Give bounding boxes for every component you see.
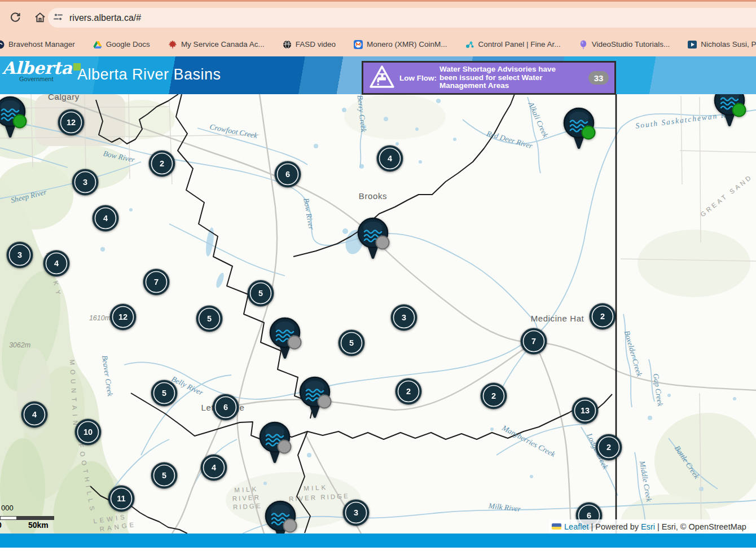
cluster-marker[interactable]: 3 [72,169,98,195]
bookmark-item[interactable]: Control Panel | Fine Ar... [465,40,561,49]
bookmark-item[interactable]: Bravehost Manager [0,40,75,49]
bookmark-label: Monero (XMR) CoinM... [367,40,447,49]
globe-icon [283,40,292,49]
cluster-marker[interactable]: 5 [151,380,177,406]
cluster-marker[interactable]: 5 [196,306,222,332]
cluster-count: 2 [491,391,496,400]
advisory-count-badge[interactable]: 33 [588,71,609,85]
bookmark-label: FASD video [296,40,336,49]
cluster-count: 5 [162,389,166,398]
map-label: MILK [234,486,258,493]
bookmark-item[interactable]: Google Docs [93,40,150,49]
bookmark-label: Bravehost Manager [8,40,75,49]
cluster-count: 7 [531,337,536,346]
cluster-marker[interactable]: 3 [343,500,369,526]
cluster-marker[interactable]: 3 [391,305,417,330]
balloon-icon [579,40,588,49]
bookmarks-bar: Bravehost ManagerGoogle DocsMy Service C… [0,32,756,56]
cluster-marker[interactable]: 7 [521,328,547,354]
cluster-count: 3 [402,313,406,322]
cluster-count: 6 [223,403,228,412]
cluster-marker[interactable]: 7 [143,269,169,295]
bookmark-label: VideoStudio Tutorials... [592,40,670,49]
play-icon [688,40,697,49]
attribution-link[interactable]: Leaflet [564,522,589,531]
cluster-marker[interactable]: 5 [151,462,177,488]
footer-bar [0,534,756,548]
maple-leaf-icon [168,40,177,49]
cluster-marker[interactable]: 5 [248,280,274,306]
cluster-count: 3 [83,178,87,187]
station-status-dot-gray [376,236,389,249]
scale-bar-graphic [0,516,54,520]
map-label: Calgary [48,94,80,102]
cluster-count: 6 [587,511,591,520]
advisory-line: Water Shortage Advisories have [439,65,556,74]
bookmark-item[interactable]: VideoStudio Tutorials... [579,40,670,49]
cluster-marker[interactable]: 2 [395,378,421,404]
monero-icon [354,40,363,49]
site-settings-icon[interactable] [53,12,63,24]
map-label: Brooks [359,191,387,201]
cluster-marker[interactable]: 3 [7,242,33,268]
map-attribution: Leaflet | Powered by Esri | Esri, © Open… [549,519,756,534]
cluster-marker[interactable]: 2 [596,434,622,460]
cluster-count: 2 [606,443,611,452]
scale-distance-label: 50km [28,521,49,530]
cluster-count: 4 [388,154,392,163]
bookmark-item[interactable]: My Service Canada Ac... [168,40,265,49]
cluster-count: 4 [212,463,216,472]
cluster-count: 4 [103,214,108,223]
cluster-marker[interactable]: 2 [590,303,616,329]
low-flow-advisory-banner[interactable]: Low Flow: Water Shortage Advisories have… [362,61,616,95]
scale-zero-label: 0 [0,521,2,530]
cluster-marker[interactable]: 4 [93,205,118,231]
cluster-marker[interactable]: 4 [43,250,69,276]
advisory-label: Low Flow: [399,74,437,82]
molecule-icon [465,40,474,49]
cluster-marker[interactable]: 5 [339,330,364,356]
cluster-marker[interactable]: 4 [377,146,403,171]
bookmark-item[interactable]: Monero (XMR) CoinM... [354,40,447,49]
home-icon[interactable] [33,10,47,25]
url-text[interactable]: rivers.alberta.ca/# [69,13,141,23]
bookmark-label: Control Panel | Fine Ar... [478,40,561,49]
cluster-marker[interactable]: 4 [21,402,47,427]
attribution-link[interactable]: Esri [641,522,655,531]
advisory-line: Management Areas [439,82,556,90]
cluster-marker[interactable]: 6 [275,161,301,187]
cluster-count: 6 [285,170,290,179]
cluster-marker[interactable]: 12 [58,109,84,135]
cluster-count: 3 [17,250,22,259]
cluster-marker[interactable]: 10 [75,419,101,445]
bookmark-label: My Service Canada Ac... [181,40,265,49]
cluster-count: 4 [32,410,37,419]
gdrive-icon [93,40,102,49]
map-label: Medicine Hat [531,314,584,323]
cluster-marker[interactable]: 2 [149,151,175,177]
station-status-dot-gray [288,336,301,349]
cluster-count: 4 [54,259,59,268]
cluster-marker[interactable]: 11 [108,486,134,512]
cluster-marker[interactable]: 4 [201,455,227,481]
reload-icon[interactable] [8,10,23,25]
attribution-text: Leaflet | Powered by Esri | Esri, © Open… [564,522,746,531]
advisory-message: Water Shortage Advisories havebeen issue… [439,65,556,90]
cluster-marker[interactable]: 12 [110,304,136,330]
map-canvas[interactable]: CalgaryBrooksMedicine HatLethbridgeBow R… [0,94,756,534]
bookmark-label: Nicholas Susi, Pia [701,40,756,49]
cluster-count: 5 [258,289,263,298]
map-scale-bar: 000 0 50km [0,504,54,529]
alberta-logo: Alberta Government [2,60,81,82]
cluster-count: 2 [160,159,164,168]
advisory-line: been issued for select Water [439,74,556,82]
cluster-marker[interactable]: 2 [481,383,507,409]
bookmark-item[interactable]: FASD video [283,40,336,49]
bookmark-item[interactable]: Nicholas Susi, Pia [688,40,756,49]
cluster-marker[interactable]: 13 [572,398,598,424]
map[interactable]: CalgaryBrooksMedicine HatLethbridgeBow R… [0,94,756,534]
cluster-marker[interactable]: 6 [213,394,239,420]
cluster-count: 2 [600,312,605,321]
cluster-count: 5 [162,471,166,480]
address-bar[interactable]: rivers.alberta.ca/# [48,8,756,28]
